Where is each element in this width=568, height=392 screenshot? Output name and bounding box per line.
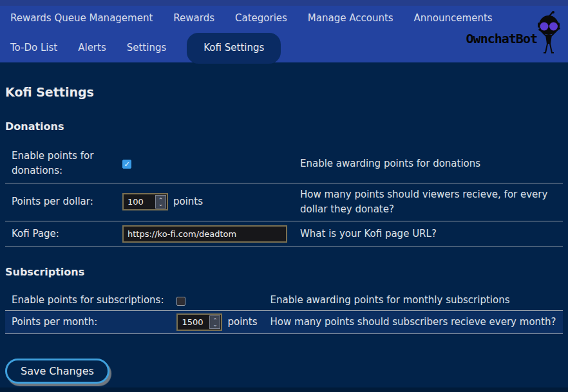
enable-subscriptions-description: Enable awarding points for monthly subsc… — [264, 290, 563, 311]
ownchatbot-robot-icon — [535, 10, 564, 57]
enable-donations-checkbox[interactable]: ✓ — [122, 160, 131, 169]
number-spinner[interactable]: ⌃ ⌄ — [209, 315, 220, 329]
kofi-page-label: Kofi Page: — [5, 221, 116, 247]
nav-item-kofi-settings-active[interactable]: Kofi Settings — [187, 33, 281, 63]
points-suffix-label: points — [227, 315, 257, 330]
check-icon: ✓ — [178, 297, 184, 304]
table-row: Points per dollar: ⌃ ⌄ points How many p… — [5, 183, 563, 221]
page-title: Kofi Settings — [5, 83, 563, 102]
enable-donations-label: Enable points for donations: — [5, 145, 116, 183]
nav-item-categories[interactable]: Categories — [235, 11, 287, 26]
check-icon: ✓ — [124, 161, 129, 168]
kofi-page-input[interactable] — [122, 225, 287, 243]
points-per-month-label: Points per month: — [5, 311, 170, 334]
nav-item-settings[interactable]: Settings — [127, 41, 167, 55]
nav-top-strip — [0, 0, 568, 6]
nav-item-rewards[interactable]: Rewards — [173, 11, 214, 26]
points-per-month-description: How many points should subscribers recie… — [264, 311, 563, 334]
logo-text: OwnchatBot — [466, 29, 537, 49]
subscriptions-section-heading: Subscriptions — [5, 265, 563, 281]
points-per-dollar-field: ⌃ ⌄ — [122, 193, 168, 210]
save-changes-button[interactable]: Save Changes — [5, 359, 109, 384]
points-per-month-input[interactable] — [178, 315, 209, 330]
table-row: Enable points for subscriptions: ✓ Enabl… — [5, 290, 563, 311]
table-row: Enable points for donations: ✓ Enable aw… — [5, 145, 563, 183]
top-navigation: Rewards Queue Management Rewards Categor… — [0, 0, 568, 62]
bottom-strip — [0, 387, 568, 392]
table-row-highlighted: Points per month: ⌃ ⌄ points How many po… — [5, 311, 563, 334]
table-row: Kofi Page: What is your Kofi page URL? — [5, 221, 563, 247]
main-content: Kofi Settings Donations Enable points fo… — [0, 83, 568, 384]
points-per-dollar-input[interactable] — [124, 194, 155, 209]
spinner-down-icon[interactable]: ⌄ — [158, 202, 164, 206]
points-per-dollar-description: How many points should viewers recieve, … — [294, 183, 563, 221]
nav-item-rewards-queue-management[interactable]: Rewards Queue Management — [10, 11, 153, 26]
subscriptions-settings-table: Enable points for subscriptions: ✓ Enabl… — [5, 290, 563, 334]
points-suffix-label: points — [173, 194, 203, 209]
spinner-down-icon[interactable]: ⌄ — [213, 322, 218, 326]
points-per-dollar-label: Points per dollar: — [5, 183, 116, 221]
ownchatbot-logo[interactable]: OwnchatBot — [466, 10, 564, 57]
donations-settings-table: Enable points for donations: ✓ Enable aw… — [5, 145, 563, 247]
donations-section-heading: Donations — [5, 119, 563, 135]
number-spinner[interactable]: ⌃ ⌄ — [155, 195, 166, 209]
nav-item-manage-accounts[interactable]: Manage Accounts — [308, 11, 393, 26]
enable-donations-description: Enable awarding points for donations — [294, 145, 563, 183]
nav-item-alerts[interactable]: Alerts — [78, 41, 106, 55]
enable-subscriptions-label: Enable points for subscriptions: — [5, 290, 170, 311]
points-per-month-field: ⌃ ⌄ — [176, 313, 222, 331]
kofi-page-description: What is your Kofi page URL? — [294, 221, 563, 247]
nav-item-todo-list[interactable]: To-Do List — [10, 41, 57, 55]
enable-subscriptions-checkbox[interactable]: ✓ — [176, 297, 185, 306]
